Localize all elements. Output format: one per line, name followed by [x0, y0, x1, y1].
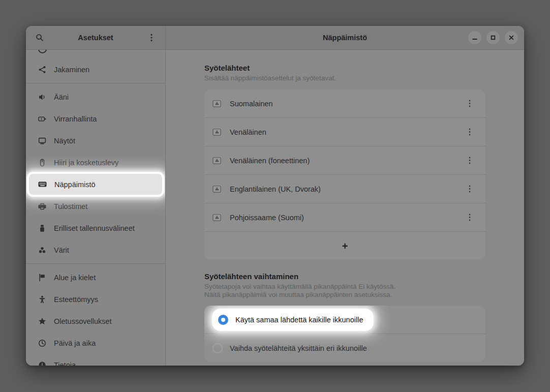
- clock-icon: [38, 339, 46, 347]
- main-pane: Näppäimistö Syötelähteet Sisältää näppäi…: [166, 26, 524, 366]
- switching-description-line2: Näitä pikanäppäimiä voi muuttaa pikanäpp…: [204, 291, 485, 299]
- row-menu-button[interactable]: [462, 210, 477, 225]
- main-headerbar: Näppäimistö: [166, 26, 524, 50]
- plus-icon: +: [342, 241, 348, 251]
- sidebar-item-esteettomyys[interactable]: Esteettömyys: [26, 288, 165, 310]
- sidebar-item-paiva-ja-aika[interactable]: Päivä ja aika: [26, 332, 165, 354]
- option-label: Vaihda syötelähteitä yksittäin eri ikkun…: [230, 344, 367, 352]
- highlighted-option: Käytä samaa lähdettä kaikille ikkunoille: [213, 310, 372, 329]
- search-icon: [36, 34, 44, 42]
- minimize-button[interactable]: [468, 31, 481, 44]
- sound-icon: [38, 93, 46, 101]
- option-same-source-all-windows[interactable]: Käytä samaa lähdettä kaikille ikkunoille: [204, 306, 485, 334]
- colors-icon: [38, 246, 46, 254]
- maximize-icon: [489, 34, 497, 42]
- sidebar-item-virranhallinta[interactable]: Virranhallinta: [26, 108, 165, 130]
- sidebar-separator: [26, 263, 165, 264]
- image-missing-icon: [212, 99, 222, 108]
- row-menu-button[interactable]: [462, 96, 477, 111]
- keyboard-icon: [38, 180, 47, 189]
- section-title-input-sources: Syötelähteet: [204, 64, 485, 72]
- clipped-icon: [38, 50, 47, 53]
- minimize-icon: [471, 34, 479, 42]
- sidebar-header: Asetukset: [26, 26, 165, 50]
- row-menu-button[interactable]: [462, 182, 477, 197]
- row-menu-button[interactable]: [462, 153, 477, 168]
- sidebar-item-tulostimet[interactable]: Tulostimet: [26, 195, 165, 217]
- input-source-label: Venäläinen: [230, 128, 454, 136]
- sidebar-item-nappaimisto[interactable]: Näppäimistö: [29, 174, 162, 195]
- add-input-source-button[interactable]: +: [204, 232, 485, 260]
- image-missing-icon: [212, 128, 222, 137]
- sidebar-item-tallennusvalineet[interactable]: Erilliset tallennusvälineet: [26, 217, 165, 239]
- sidebar-item-aani[interactable]: Ääni: [26, 86, 165, 108]
- sidebar-item-label: Virranhallinta: [54, 115, 97, 123]
- image-missing-icon: [212, 213, 222, 222]
- kebab-menu-icon: [469, 214, 471, 221]
- sidebar-item-label: Päivä ja aika: [54, 339, 96, 347]
- input-source-row[interactable]: Pohjoissaame (Suomi): [204, 203, 485, 232]
- section-title-switching: Syötelähteen vaihtaminen: [204, 272, 485, 281]
- radio-unselected[interactable]: [212, 343, 223, 353]
- input-source-label: Englantilainen (UK, Dvorak): [230, 185, 454, 193]
- sidebar-item-oletussovellukset[interactable]: Oletussovellukset: [26, 310, 165, 332]
- sidebar-item-naytot[interactable]: Näytöt: [26, 130, 165, 152]
- option-separate-source-per-window[interactable]: Vaihda syötelähteitä yksittäin eri ikkun…: [204, 334, 485, 362]
- info-icon: [38, 361, 46, 366]
- row-menu-button[interactable]: [462, 125, 477, 140]
- switching-description-line1: Syötetapoja voi vaihtaa käyttämällä pika…: [204, 283, 485, 291]
- input-source-label: Pohjoissaame (Suomi): [230, 214, 454, 222]
- sidebar-item-label: Oletussovellukset: [54, 317, 112, 325]
- sidebar: Asetukset Jakaminen Ääni Virranhallinta: [26, 26, 166, 366]
- input-source-row[interactable]: Venäläinen: [204, 118, 485, 146]
- power-icon: [38, 115, 46, 123]
- sidebar-item-label: Alue ja kielet: [54, 274, 96, 282]
- kebab-menu-icon: [469, 128, 471, 136]
- sidebar-item-label: Jakaminen: [54, 66, 89, 74]
- sidebar-item-label: Värit: [54, 246, 69, 254]
- sidebar-item-alue-ja-kielet[interactable]: Alue ja kielet: [26, 266, 165, 288]
- sidebar-list: Jakaminen Ääni Virranhallinta Näytöt Hii…: [26, 50, 165, 366]
- sidebar-item-varit[interactable]: Värit: [26, 239, 165, 261]
- sidebar-item-label: Erilliset tallennusvälineet: [54, 224, 135, 232]
- settings-window: Asetukset Jakaminen Ääni Virranhallinta: [26, 26, 524, 366]
- section-subtitle-input-sources: Sisältää näppäimistöasettelut ja syöteta…: [204, 74, 485, 82]
- input-source-row[interactable]: Venäläinen (foneettinen): [204, 146, 485, 175]
- sidebar-title: Asetukset: [47, 34, 144, 42]
- sidebar-item-tietoja[interactable]: Tietoja: [26, 354, 165, 366]
- close-button[interactable]: [505, 31, 518, 44]
- displays-icon: [38, 137, 46, 145]
- sidebar-item-label: Tietoja: [54, 361, 76, 366]
- flag-icon: [38, 274, 46, 282]
- sidebar-item-label: Ääni: [54, 93, 69, 101]
- sidebar-item-label: Esteettömyys: [54, 295, 98, 304]
- image-missing-icon: [212, 156, 222, 165]
- sidebar-item-jakaminen[interactable]: Jakaminen: [26, 58, 165, 80]
- search-button[interactable]: [32, 30, 47, 45]
- sidebar-item-hiiri[interactable]: Hiiri ja kosketuslevy: [26, 152, 165, 173]
- sidebar-item-label: Hiiri ja kosketuslevy: [54, 159, 118, 167]
- close-icon: [507, 34, 515, 42]
- switching-options-group: Käytä samaa lähdettä kaikille ikkunoille…: [204, 306, 485, 362]
- keyboard-settings-content: Syötelähteet Sisältää näppäimistöasettel…: [166, 50, 524, 366]
- radio-dot: [221, 318, 225, 322]
- share-icon: [38, 66, 46, 74]
- sidebar-item-label: Näytöt: [54, 137, 75, 145]
- sidebar-separator: [26, 83, 165, 83]
- kebab-menu-icon: [469, 157, 471, 164]
- sidebar-item-label: Näppäimistö: [54, 180, 96, 189]
- accessibility-icon: [38, 295, 46, 304]
- sidebar-item-clipped-top: [26, 50, 165, 58]
- maximize-button[interactable]: [486, 31, 500, 44]
- image-missing-icon: [212, 185, 222, 194]
- kebab-menu-icon: [469, 100, 471, 107]
- input-source-label: Suomalainen: [230, 100, 454, 108]
- primary-menu-button[interactable]: [144, 30, 159, 45]
- input-source-row[interactable]: Englantilainen (UK, Dvorak): [204, 175, 485, 203]
- kebab-menu-icon: [469, 185, 471, 193]
- kebab-menu-icon: [150, 34, 152, 42]
- input-source-row[interactable]: Suomalainen: [204, 89, 485, 118]
- printer-icon: [38, 202, 46, 210]
- input-sources-list: Suomalainen Venäläinen Venäläinen (fonee…: [204, 89, 485, 260]
- radio-selected[interactable]: [218, 315, 228, 325]
